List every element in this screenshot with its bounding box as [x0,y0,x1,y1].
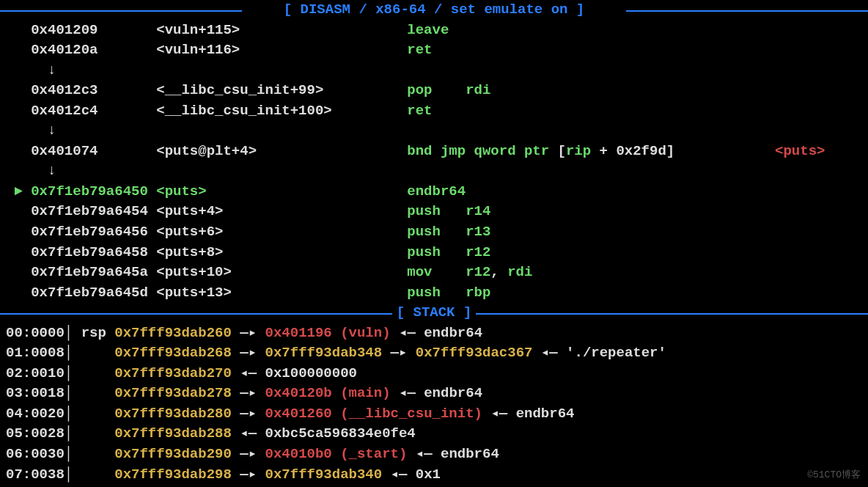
stack-line: 04:0020│ 0x7fff93dab280 —▸ 0x401260 (__l… [0,404,868,425]
stack-register [81,466,115,483]
chain-arrow-left: ◂— [490,406,515,422]
chain-arrow-right: —▸ [240,345,265,361]
disasm-address: 0x401209 [23,22,156,38]
operand-text [441,285,466,301]
disasm-symbol [156,62,407,78]
operand-text [441,244,466,260]
mnemonic: bnd jmp qword ptr [407,143,557,159]
stack-register [81,425,115,442]
operand-text [433,82,466,98]
immediate: 0x2f9d [616,143,666,159]
stack-separator: │ [65,345,81,361]
operand-text [441,224,466,240]
chain-arrow-right: —▸ [391,345,416,361]
disasm-address: 0x40120a [23,42,156,58]
register: r14 [466,203,490,219]
stack-index: 02:0010 [6,365,65,381]
disasm-address: 0x4012c3 [23,82,156,98]
disasm-line: 0x401209 <vuln+115> leave [0,21,868,41]
chain-value: 0x100000000 [265,365,366,381]
operand-text [433,264,466,280]
disasm-panel: 0x401209 <vuln+115> leave 0x40120a <vuln… [0,21,868,304]
operand-text [441,203,466,219]
mnemonic: push [407,244,441,260]
disasm-symbol: <puts+8> [156,244,407,260]
stack-index: 05:0028 [6,425,65,442]
disasm-line: 0x7f1eb79a645a <puts+10> mov r12, rdi [0,263,868,283]
disasm-symbol: <vuln+115> [156,22,407,38]
chain-value: 0x40120b (main) [265,385,399,401]
instruction-pointer-marker [6,244,23,260]
disasm-address: 0x7f1eb79a645a [23,264,156,280]
disasm-header-title: [ DISASM / x86-64 / set emulate on ] [281,0,587,21]
chain-value: 0x1 [416,466,449,483]
chain-arrow-left: ◂— [240,365,265,381]
mnemonic: endbr64 [407,183,466,199]
disasm-line: ↓ [0,121,868,142]
stack-panel: 00:0000│ rsp 0x7fff93dab260 —▸ 0x401196 … [0,323,868,485]
disasm-line: 0x7f1eb79a6458 <puts+8> push r12 [0,243,868,263]
stack-index: 00:0000 [6,325,65,341]
disasm-line: ↓ [0,161,868,182]
stack-register [81,365,115,381]
chain-arrow-left: ◂— [399,325,424,341]
stack-line: 01:0008│ 0x7fff93dab268 —▸ 0x7fff93dab34… [0,343,868,364]
instruction-pointer-marker [6,42,23,58]
stack-index: 03:0018 [6,385,65,401]
stack-register [81,406,115,422]
instruction-pointer-marker [6,22,23,38]
disasm-line: 0x4012c4 <__libc_csu_init+100> ret [0,101,868,122]
mnemonic: ret [407,42,432,58]
disasm-address: 0x4012c4 [23,103,156,119]
chain-value: endbr64 [424,325,490,341]
stack-separator: │ [65,365,81,381]
chain-arrow-right: —▸ [240,446,265,462]
chain-value: 0x4010b0 (_start) [265,446,416,462]
mnemonic: pop [407,82,432,98]
disasm-symbol: <puts> [156,183,407,199]
stack-section-header: [ STACK ] [0,303,868,323]
stack-address: 0x7fff93dab280 [114,406,240,422]
disasm-section-header: [ DISASM / x86-64 / set emulate on ] [0,0,868,21]
chain-arrow-left: ◂— [416,446,441,462]
disasm-symbol: <__libc_csu_init+100> [156,103,407,119]
disasm-address: 0x7f1eb79a6456 [23,224,156,240]
disasm-line: 0x7f1eb79a645d <puts+13> push rbp [0,283,868,304]
disasm-address: 0x7f1eb79a6450 [23,183,156,199]
instruction-pointer-marker [6,82,23,98]
stack-separator: │ [65,425,81,442]
chain-value: 0x7fff93dab340 [265,466,391,483]
stack-index: 07:0038 [6,466,65,483]
branch-target-symbol: <puts> [775,143,825,159]
disasm-line: 0x4012c3 <__libc_csu_init+99> pop rdi [0,81,868,101]
stack-line: 00:0000│ rsp 0x7fff93dab260 —▸ 0x401196 … [0,323,868,344]
stack-header-title: [ STACK ] [394,303,475,323]
stack-register: rsp [81,325,115,341]
disasm-line: 0x7f1eb79a6454 <puts+4> push r14 [0,202,868,222]
chain-arrow-left: ◂— [399,385,424,401]
disasm-symbol: <vuln+116> [156,42,407,58]
stack-register [81,345,115,361]
instruction-pointer-marker [6,103,23,119]
chain-arrow-right: —▸ [240,325,265,341]
disasm-line: 0x7f1eb79a6456 <puts+6> push r13 [0,222,868,243]
disasm-symbol: <puts+10> [156,264,407,280]
disasm-address: ↓ [23,62,156,78]
stack-line: 06:0030│ 0x7fff93dab290 —▸ 0x4010b0 (_st… [0,444,868,465]
stack-address: 0x7fff93dab268 [114,345,240,361]
disasm-symbol [156,122,407,139]
operand-text: + [591,143,616,159]
operand-text: [ [558,143,566,159]
register: rdi [507,264,532,280]
mnemonic: push [407,285,441,301]
register: rip [566,143,591,159]
stack-separator: │ [65,466,81,483]
stack-index: 04:0020 [6,406,65,422]
stack-address: 0x7fff93dab288 [114,425,240,442]
disasm-symbol: <__libc_csu_init+99> [156,82,407,98]
chain-value: 0xbc5ca596834e0fe4 [265,425,424,442]
disasm-line: ↓ [0,61,868,81]
disasm-symbol: <puts+13> [156,285,407,301]
chain-value: 0x401196 (vuln) [265,325,399,341]
instruction-pointer-marker [6,122,23,139]
